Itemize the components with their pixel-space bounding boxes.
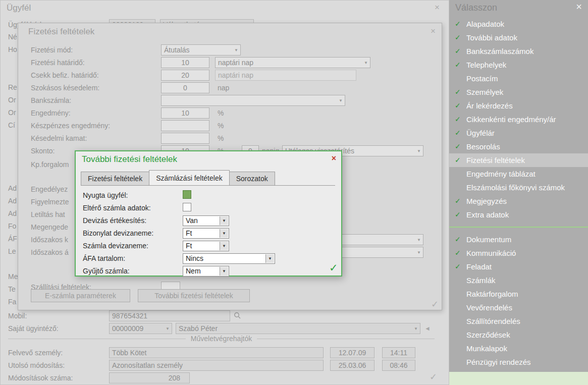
chevron-down-icon: ▼ xyxy=(364,61,368,65)
check-icon: ✓ xyxy=(455,85,461,99)
discount-input[interactable]: 10 xyxy=(161,107,209,119)
fx-sales-dropdown[interactable]: Van ▼ xyxy=(183,215,229,226)
payment-method-dropdown[interactable]: Átutalás ▼ xyxy=(161,44,241,56)
sidebar-item[interactable]: ✓ Dokumentum xyxy=(449,233,588,246)
check-icon: ✓ xyxy=(455,246,461,260)
sidebar-item[interactable]: ✓ Alapadatok xyxy=(449,17,588,31)
modified-input[interactable]: Azonosítatlan személy xyxy=(109,360,324,371)
sidebar-item[interactable]: ✓ Személyek xyxy=(449,85,588,99)
confirm-check-icon[interactable]: ✓ xyxy=(329,262,338,274)
check-icon: ✓ xyxy=(455,44,461,58)
sidebar-item[interactable]: ✓ Telephelyek xyxy=(449,58,588,72)
field-label-partial: Cí xyxy=(8,121,15,129)
payment-close-icon[interactable]: × xyxy=(431,26,436,36)
field-label-partial: Letiltás hat xyxy=(31,210,65,218)
cash-traffic-label: Kp.forgalom xyxy=(31,160,69,169)
invoice-currency-dropdown[interactable]: Ft ▼ xyxy=(183,241,229,251)
sidebar-item-label: Megjegyzés xyxy=(466,197,507,205)
chevron-down-icon: ▼ xyxy=(220,242,228,250)
sidebar-item[interactable]: ✓ Extra adatok xyxy=(449,208,588,222)
search-icon[interactable] xyxy=(234,312,241,319)
sidebar-item[interactable]: ✓ Vevőrendelés xyxy=(449,301,588,314)
invoice-currency-label: Számla devizaneme: xyxy=(83,242,148,250)
receipt-customer-checkbox[interactable] xyxy=(183,190,191,199)
sidebar-item-label: Telephelyek xyxy=(466,61,506,69)
sidebar-item[interactable]: ✓ Megjegyzés xyxy=(449,194,588,208)
sidebar-footer xyxy=(449,372,588,385)
deadline-unit-dropdown[interactable]: naptári nap ▼ xyxy=(215,57,370,68)
customer-close-icon[interactable]: × xyxy=(435,3,440,13)
sidebar-item[interactable]: ✓ Elszámolási főkönyvi számok xyxy=(449,181,588,194)
sidebar-close-icon[interactable]: × xyxy=(576,1,582,13)
doc-currency-dropdown[interactable]: Ft ▼ xyxy=(183,228,229,239)
tab[interactable]: Fizetési feltételek xyxy=(81,172,149,185)
selection-sidebar: Válasszon × ✓ Alapadatok ✓ További adato… xyxy=(449,0,588,385)
late-interest-input[interactable] xyxy=(161,133,209,144)
sidebar-item[interactable]: ✓ Feladat xyxy=(449,260,588,273)
bank-account-dropdown[interactable]: ▼ xyxy=(161,95,345,106)
check-icon: ✓ xyxy=(455,260,461,273)
field-label-partial: Le xyxy=(8,247,16,255)
sidebar-item[interactable]: ✓ További adatok xyxy=(449,31,588,44)
sidebar-item[interactable]: ✓ Fizetési feltételek xyxy=(449,153,588,167)
sidebar-item-label: Fizetési feltételek xyxy=(466,156,525,164)
collective-invoice-label: Gyűjtő számla: xyxy=(83,267,130,275)
sidebar-item[interactable]: ✓ Szállítórendelés xyxy=(449,314,588,328)
fx-sales-label: Devizás értékesítés: xyxy=(83,216,146,225)
cheque-deadline-input[interactable]: 20 xyxy=(161,70,209,81)
sidebar-item-label: Szerződések xyxy=(466,331,510,339)
more-payment-terms-button[interactable]: További fizetési feltételek xyxy=(138,289,250,302)
sidebar-item[interactable]: ✓ Pénzügyi rendezés xyxy=(449,355,588,369)
sidebar-item[interactable]: ✓ Besorolás xyxy=(449,140,588,153)
usual-delay-input[interactable]: 0 xyxy=(161,82,209,93)
field-label-partial: Időszakos k xyxy=(31,236,68,244)
recorder-date: 12.07.09 xyxy=(330,347,375,358)
sidebar-item[interactable]: ✓ Számlák xyxy=(449,273,588,287)
operators-section-title: Műveletvégrehajtók xyxy=(186,335,257,343)
payment-method-label: Fizetési mód: xyxy=(31,46,73,54)
sidebar-item[interactable]: ✓ Ár lekérdezés xyxy=(449,99,588,113)
recorder-input[interactable]: Több Kötet xyxy=(109,347,324,358)
check-icon: ✓ xyxy=(455,31,461,44)
payment-deadline-input[interactable]: 10 xyxy=(161,57,209,68)
sidebar-title: Válasszon xyxy=(455,3,497,13)
sidebar-item[interactable]: ✓ Ügyfélár xyxy=(449,126,588,140)
bank-account-label: Bankszámla: xyxy=(31,96,71,104)
sidebar-item-label: Vevőrendelés xyxy=(466,303,512,312)
sidebar-item[interactable]: ✓ Kommunikáció xyxy=(449,246,588,260)
field-label-partial: Ad xyxy=(8,209,17,217)
tab[interactable]: Számlázási feltételek xyxy=(149,170,230,185)
chevron-down-icon: ▼ xyxy=(417,238,421,242)
receipt-customer-label: Nyugta ügyfél: xyxy=(83,191,128,199)
agent-name-dropdown[interactable]: Szabó Péter ▼ xyxy=(176,323,420,334)
check-icon: ✓ xyxy=(455,233,461,246)
diff-invoice-data-checkbox[interactable] xyxy=(183,203,191,211)
diff-invoice-data-label: Eltérő számla adatok: xyxy=(83,204,151,212)
sidebar-item[interactable]: ✓ Bankszámlaszámok xyxy=(449,44,588,58)
collapse-left-icon[interactable]: ◄ xyxy=(424,325,431,332)
mobile-input[interactable]: 987654321 xyxy=(109,310,230,321)
agent-code-dropdown[interactable]: 00000009 ▼ xyxy=(109,323,172,334)
cash-discount-input[interactable] xyxy=(161,120,209,131)
chevron-down-icon: ▼ xyxy=(220,216,228,225)
collective-invoice-dropdown[interactable]: Nem ▼ xyxy=(183,266,229,277)
sidebar-item-label: Dokumentum xyxy=(466,235,511,244)
sidebar-item[interactable]: ✓ Szerződések xyxy=(449,328,588,342)
sidebar-item-label: Feladat xyxy=(466,262,492,271)
sidebar-item[interactable]: ✓ Raktárforgalom xyxy=(449,287,588,301)
vat-content-dropdown[interactable]: Nincs ▼ xyxy=(183,253,275,264)
esignature-params-button[interactable]: E-számla paraméterek xyxy=(31,289,130,302)
sidebar-item[interactable]: ✓ Munkalapok xyxy=(449,342,588,355)
field-label-partial: Re xyxy=(8,83,17,91)
sidebar-item[interactable]: ✓ Engedmény táblázat xyxy=(449,167,588,181)
chevron-down-icon: ▼ xyxy=(166,327,170,331)
sidebar-item[interactable]: ✓ Cikkenkénti engedmény/ár xyxy=(449,113,588,126)
recorder-label: Felvevő személy: xyxy=(8,349,63,357)
sidebar-item[interactable]: ✓ Postacím xyxy=(449,72,588,85)
field-label-partial: Időszakos á xyxy=(31,248,69,256)
sidebar-item-label: Raktárforgalom xyxy=(466,290,518,298)
tab[interactable]: Sorozatok xyxy=(229,172,275,185)
additional-dialog-tabs: Fizetési feltételek Számlázási feltétele… xyxy=(81,172,335,186)
additional-close-icon[interactable]: × xyxy=(332,154,336,163)
sidebar-header: Válasszon × xyxy=(449,0,588,17)
